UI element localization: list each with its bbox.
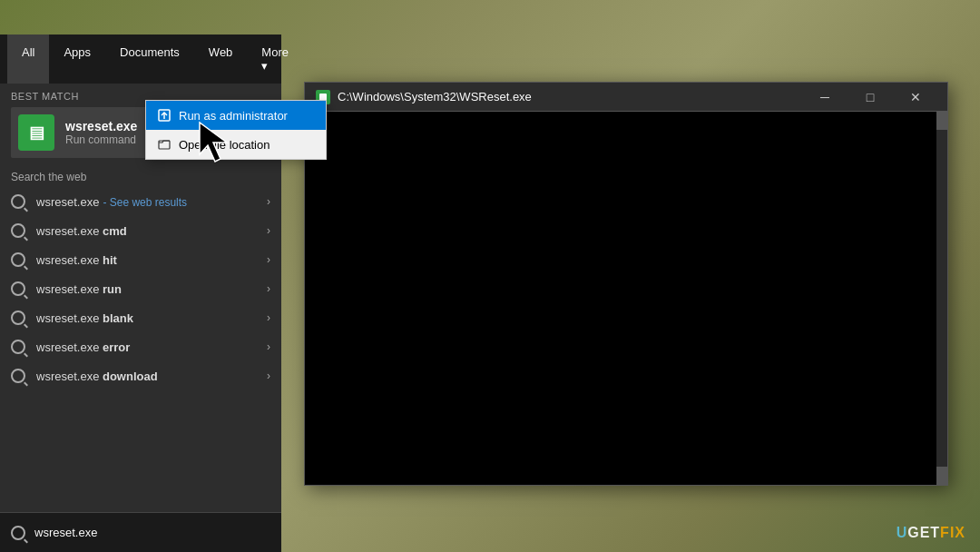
- scrollbar-thumb-bottom: [936, 467, 947, 485]
- search-result-icon-6: [11, 369, 25, 383]
- result-text-6: wsreset.exe download: [36, 370, 267, 383]
- context-menu: Run as administrator Open file location: [145, 100, 327, 160]
- result-text-2: wsreset.exe hit: [36, 253, 267, 267]
- context-menu-open-file-location[interactable]: Open file location: [146, 130, 326, 159]
- start-menu-tabs: All Apps Documents Web More ▾: [0, 34, 281, 84]
- search-bar: [0, 512, 281, 552]
- watermark: UGETFIX: [897, 525, 965, 541]
- chevron-right-1: ›: [267, 224, 270, 237]
- maximize-button[interactable]: □: [849, 83, 891, 112]
- search-result-icon-1: [11, 223, 25, 238]
- search-result-icon-2: [11, 252, 25, 267]
- chevron-right-5: ›: [267, 340, 270, 353]
- search-the-web-label: Search the web: [0, 162, 281, 187]
- app-icon: ▤: [18, 114, 54, 151]
- search-result-icon-4: [11, 310, 25, 325]
- search-result-3[interactable]: wsreset.exe run ›: [0, 274, 281, 303]
- tab-web[interactable]: Web: [194, 34, 248, 84]
- tab-apps[interactable]: Apps: [49, 34, 105, 84]
- search-result-5[interactable]: wsreset.exe error ›: [0, 332, 281, 361]
- terminal-titlebar: C:\Windows\System32\WSReset.exe ─ □ ✕: [305, 83, 947, 112]
- search-bar-icon: [11, 526, 25, 540]
- tab-all[interactable]: All: [7, 34, 49, 84]
- search-result-1[interactable]: wsreset.exe cmd ›: [0, 216, 281, 245]
- chevron-right-0: ›: [267, 195, 270, 208]
- minimize-button[interactable]: ─: [804, 83, 846, 112]
- result-text-0: wsreset.exe- See web results: [36, 195, 267, 209]
- tab-documents[interactable]: Documents: [105, 34, 194, 84]
- scrollbar-thumb-top: [936, 112, 947, 130]
- search-result-0[interactable]: wsreset.exe- See web results ›: [0, 187, 281, 216]
- close-button[interactable]: ✕: [895, 83, 936, 112]
- chevron-right-4: ›: [267, 311, 270, 324]
- result-text-4: wsreset.exe blank: [36, 311, 267, 325]
- window-controls: ─ □ ✕: [804, 83, 936, 112]
- search-result-icon-0: [11, 194, 25, 209]
- result-text-5: wsreset.exe error: [36, 340, 267, 354]
- svg-rect-2: [159, 141, 170, 149]
- run-as-admin-label: Run as administrator: [179, 109, 288, 123]
- result-text-1: wsreset.exe cmd: [36, 224, 267, 238]
- terminal-title: C:\Windows\System32\WSReset.exe: [338, 90, 804, 104]
- chevron-right-2: ›: [267, 253, 270, 266]
- result-text-3: wsreset.exe run: [36, 282, 267, 296]
- open-file-location-label: Open file location: [179, 138, 270, 152]
- context-menu-run-as-admin[interactable]: Run as administrator: [146, 101, 326, 130]
- run-as-admin-icon: [157, 108, 172, 123]
- terminal-window: C:\Windows\System32\WSReset.exe ─ □ ✕: [304, 82, 948, 486]
- chevron-right-3: ›: [267, 282, 270, 295]
- search-input[interactable]: [34, 526, 270, 539]
- search-result-6[interactable]: wsreset.exe download ›: [0, 361, 281, 390]
- open-file-location-icon: [157, 137, 172, 152]
- search-result-icon-5: [11, 340, 25, 354]
- search-result-4[interactable]: wsreset.exe blank ›: [0, 303, 281, 332]
- chevron-right-6: ›: [267, 370, 270, 382]
- app-icon-inner: ▤: [29, 123, 44, 143]
- terminal-scrollbar[interactable]: [936, 112, 947, 485]
- search-result-2[interactable]: wsreset.exe hit ›: [0, 245, 281, 274]
- search-result-icon-3: [11, 281, 25, 296]
- tab-more[interactable]: More ▾: [247, 34, 303, 84]
- terminal-content: [305, 112, 947, 485]
